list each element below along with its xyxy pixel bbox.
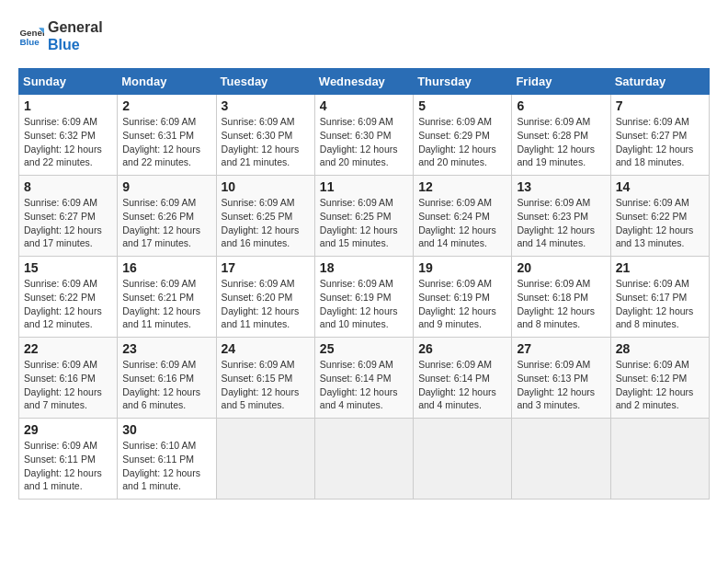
day-info: Sunrise: 6:09 AM Sunset: 6:27 PM Dayligh… bbox=[24, 196, 112, 250]
calendar-cell bbox=[414, 419, 512, 500]
calendar-cell: 26 Sunrise: 6:09 AM Sunset: 6:14 PM Dayl… bbox=[414, 338, 512, 419]
day-info: Sunrise: 6:09 AM Sunset: 6:11 PM Dayligh… bbox=[24, 439, 112, 493]
logo: General Blue General Blue bbox=[18, 18, 103, 53]
calendar-cell: 4 Sunrise: 6:09 AM Sunset: 6:30 PM Dayli… bbox=[314, 95, 413, 176]
day-info: Sunrise: 6:09 AM Sunset: 6:23 PM Dayligh… bbox=[517, 196, 605, 250]
day-number: 18 bbox=[320, 260, 408, 275]
day-info: Sunrise: 6:09 AM Sunset: 6:19 PM Dayligh… bbox=[320, 277, 408, 331]
weekday-header: Tuesday bbox=[216, 69, 314, 95]
calendar-header: SundayMondayTuesdayWednesdayThursdayFrid… bbox=[19, 69, 710, 95]
calendar-cell: 13 Sunrise: 6:09 AM Sunset: 6:23 PM Dayl… bbox=[512, 176, 610, 257]
svg-text:Blue: Blue bbox=[19, 37, 40, 47]
page-header: General Blue General Blue bbox=[18, 18, 710, 53]
weekday-header: Sunday bbox=[19, 69, 118, 95]
day-number: 24 bbox=[222, 341, 310, 356]
day-info: Sunrise: 6:09 AM Sunset: 6:30 PM Dayligh… bbox=[222, 115, 310, 169]
day-info: Sunrise: 6:09 AM Sunset: 6:25 PM Dayligh… bbox=[320, 196, 408, 250]
calendar-week-row: 29 Sunrise: 6:09 AM Sunset: 6:11 PM Dayl… bbox=[19, 419, 710, 500]
calendar-cell: 7 Sunrise: 6:09 AM Sunset: 6:27 PM Dayli… bbox=[610, 95, 709, 176]
weekday-header: Wednesday bbox=[314, 69, 413, 95]
calendar-cell: 5 Sunrise: 6:09 AM Sunset: 6:29 PM Dayli… bbox=[414, 95, 512, 176]
calendar-week-row: 1 Sunrise: 6:09 AM Sunset: 6:32 PM Dayli… bbox=[19, 95, 710, 176]
calendar-cell: 16 Sunrise: 6:09 AM Sunset: 6:21 PM Dayl… bbox=[118, 257, 216, 338]
calendar-cell: 9 Sunrise: 6:09 AM Sunset: 6:26 PM Dayli… bbox=[118, 176, 216, 257]
day-info: Sunrise: 6:09 AM Sunset: 6:18 PM Dayligh… bbox=[517, 277, 605, 331]
calendar-cell bbox=[512, 419, 610, 500]
day-number: 26 bbox=[418, 341, 506, 356]
day-number: 22 bbox=[24, 341, 112, 356]
day-number: 16 bbox=[122, 260, 210, 275]
calendar-cell: 8 Sunrise: 6:09 AM Sunset: 6:27 PM Dayli… bbox=[19, 176, 118, 257]
day-number: 1 bbox=[24, 98, 112, 113]
day-info: Sunrise: 6:09 AM Sunset: 6:30 PM Dayligh… bbox=[320, 115, 408, 169]
day-number: 3 bbox=[222, 98, 310, 113]
calendar-cell: 17 Sunrise: 6:09 AM Sunset: 6:20 PM Dayl… bbox=[216, 257, 314, 338]
calendar-cell: 25 Sunrise: 6:09 AM Sunset: 6:14 PM Dayl… bbox=[314, 338, 413, 419]
day-info: Sunrise: 6:09 AM Sunset: 6:13 PM Dayligh… bbox=[517, 358, 605, 412]
day-info: Sunrise: 6:09 AM Sunset: 6:14 PM Dayligh… bbox=[418, 358, 506, 412]
calendar-cell bbox=[314, 419, 413, 500]
logo-text-blue: Blue bbox=[48, 36, 103, 53]
day-number: 25 bbox=[320, 341, 408, 356]
day-info: Sunrise: 6:09 AM Sunset: 6:12 PM Dayligh… bbox=[616, 358, 704, 412]
day-number: 2 bbox=[122, 98, 210, 113]
calendar-cell: 20 Sunrise: 6:09 AM Sunset: 6:18 PM Dayl… bbox=[512, 257, 610, 338]
day-info: Sunrise: 6:09 AM Sunset: 6:14 PM Dayligh… bbox=[320, 358, 408, 412]
weekday-header: Saturday bbox=[610, 69, 709, 95]
calendar-cell: 15 Sunrise: 6:09 AM Sunset: 6:22 PM Dayl… bbox=[19, 257, 118, 338]
calendar-cell: 28 Sunrise: 6:09 AM Sunset: 6:12 PM Dayl… bbox=[610, 338, 709, 419]
calendar-cell: 27 Sunrise: 6:09 AM Sunset: 6:13 PM Dayl… bbox=[512, 338, 610, 419]
day-info: Sunrise: 6:09 AM Sunset: 6:29 PM Dayligh… bbox=[418, 115, 506, 169]
day-info: Sunrise: 6:09 AM Sunset: 6:15 PM Dayligh… bbox=[222, 358, 310, 412]
logo-text-general: General bbox=[48, 18, 103, 36]
day-number: 6 bbox=[517, 98, 605, 113]
calendar-cell: 10 Sunrise: 6:09 AM Sunset: 6:25 PM Dayl… bbox=[216, 176, 314, 257]
calendar-cell: 29 Sunrise: 6:09 AM Sunset: 6:11 PM Dayl… bbox=[19, 419, 118, 500]
day-number: 21 bbox=[616, 260, 704, 275]
calendar-cell: 11 Sunrise: 6:09 AM Sunset: 6:25 PM Dayl… bbox=[314, 176, 413, 257]
day-number: 17 bbox=[222, 260, 310, 275]
weekday-header: Thursday bbox=[414, 69, 512, 95]
day-number: 11 bbox=[320, 179, 408, 194]
calendar-cell: 30 Sunrise: 6:10 AM Sunset: 6:11 PM Dayl… bbox=[118, 419, 216, 500]
calendar-cell bbox=[610, 419, 709, 500]
calendar-week-row: 15 Sunrise: 6:09 AM Sunset: 6:22 PM Dayl… bbox=[19, 257, 710, 338]
day-number: 30 bbox=[122, 422, 210, 437]
day-number: 8 bbox=[24, 179, 112, 194]
day-info: Sunrise: 6:09 AM Sunset: 6:17 PM Dayligh… bbox=[616, 277, 704, 331]
day-number: 15 bbox=[24, 260, 112, 275]
day-info: Sunrise: 6:09 AM Sunset: 6:26 PM Dayligh… bbox=[122, 196, 210, 250]
day-info: Sunrise: 6:10 AM Sunset: 6:11 PM Dayligh… bbox=[122, 439, 210, 493]
day-info: Sunrise: 6:09 AM Sunset: 6:21 PM Dayligh… bbox=[122, 277, 210, 331]
calendar-table: SundayMondayTuesdayWednesdayThursdayFrid… bbox=[18, 68, 710, 500]
day-number: 14 bbox=[616, 179, 704, 194]
day-info: Sunrise: 6:09 AM Sunset: 6:27 PM Dayligh… bbox=[616, 115, 704, 169]
calendar-week-row: 22 Sunrise: 6:09 AM Sunset: 6:16 PM Dayl… bbox=[19, 338, 710, 419]
calendar-cell: 3 Sunrise: 6:09 AM Sunset: 6:30 PM Dayli… bbox=[216, 95, 314, 176]
calendar-cell bbox=[216, 419, 314, 500]
day-info: Sunrise: 6:09 AM Sunset: 6:25 PM Dayligh… bbox=[222, 196, 310, 250]
weekday-header: Monday bbox=[118, 69, 216, 95]
logo-icon: General Blue bbox=[18, 23, 44, 49]
calendar-cell: 6 Sunrise: 6:09 AM Sunset: 6:28 PM Dayli… bbox=[512, 95, 610, 176]
day-number: 20 bbox=[517, 260, 605, 275]
day-info: Sunrise: 6:09 AM Sunset: 6:28 PM Dayligh… bbox=[517, 115, 605, 169]
day-number: 19 bbox=[418, 260, 506, 275]
day-info: Sunrise: 6:09 AM Sunset: 6:32 PM Dayligh… bbox=[24, 115, 112, 169]
day-number: 4 bbox=[320, 98, 408, 113]
calendar-cell: 24 Sunrise: 6:09 AM Sunset: 6:15 PM Dayl… bbox=[216, 338, 314, 419]
day-info: Sunrise: 6:09 AM Sunset: 6:16 PM Dayligh… bbox=[24, 358, 112, 412]
day-number: 9 bbox=[122, 179, 210, 194]
calendar-cell: 14 Sunrise: 6:09 AM Sunset: 6:22 PM Dayl… bbox=[610, 176, 709, 257]
day-number: 12 bbox=[418, 179, 506, 194]
day-number: 7 bbox=[616, 98, 704, 113]
day-info: Sunrise: 6:09 AM Sunset: 6:20 PM Dayligh… bbox=[222, 277, 310, 331]
calendar-cell: 19 Sunrise: 6:09 AM Sunset: 6:19 PM Dayl… bbox=[414, 257, 512, 338]
day-number: 27 bbox=[517, 341, 605, 356]
calendar-cell: 2 Sunrise: 6:09 AM Sunset: 6:31 PM Dayli… bbox=[118, 95, 216, 176]
weekday-header: Friday bbox=[512, 69, 610, 95]
day-info: Sunrise: 6:09 AM Sunset: 6:22 PM Dayligh… bbox=[616, 196, 704, 250]
calendar-cell: 21 Sunrise: 6:09 AM Sunset: 6:17 PM Dayl… bbox=[610, 257, 709, 338]
day-number: 10 bbox=[222, 179, 310, 194]
calendar-cell: 12 Sunrise: 6:09 AM Sunset: 6:24 PM Dayl… bbox=[414, 176, 512, 257]
